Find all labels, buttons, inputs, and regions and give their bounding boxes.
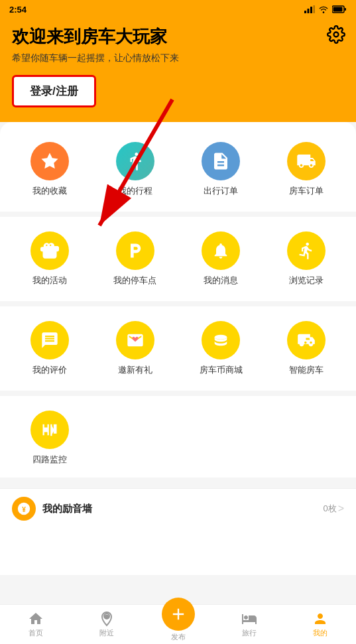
nav-nearby-label: 附近 bbox=[99, 628, 114, 638]
nav-mine-label: 我的 bbox=[313, 628, 327, 638]
my-messages-label: 我的消息 bbox=[204, 275, 238, 287]
nav-home[interactable]: 首页 bbox=[0, 611, 71, 638]
bell-icon bbox=[211, 241, 230, 260]
bottom-grid: 我的评价 邀新有礼 bbox=[0, 306, 356, 391]
hero-section: 欢迎来到房车大玩家 希望你随车辆一起摇摆，让心情放松下来 登录/注册 bbox=[0, 19, 356, 122]
rv-orders-item[interactable]: 房车订单 bbox=[264, 137, 349, 200]
svg-rect-1 bbox=[308, 9, 310, 13]
promo-bar[interactable]: ¥ 我的励音墙 0枚 > bbox=[0, 488, 356, 529]
nav-travel[interactable]: 旅行 bbox=[213, 611, 284, 638]
status-time: 2:54 bbox=[9, 5, 27, 15]
battery-icon bbox=[332, 5, 347, 13]
four-camera-item[interactable]: 四路监控 bbox=[7, 405, 92, 468]
my-activities-label: 我的活动 bbox=[32, 275, 67, 287]
parking-icon-circle bbox=[116, 231, 154, 270]
coins-icon-circle bbox=[202, 321, 240, 359]
browse-history-label: 浏览记录 bbox=[289, 275, 324, 287]
star-icon bbox=[40, 151, 60, 171]
signal-icon bbox=[304, 5, 315, 13]
promo-chevron: > bbox=[338, 503, 344, 515]
travel-orders-item[interactable]: 出行订单 bbox=[178, 137, 264, 200]
invite-gift-label: 邀新有礼 bbox=[118, 364, 152, 376]
svg-rect-6 bbox=[345, 8, 347, 11]
svg-point-7 bbox=[334, 32, 339, 37]
person-nav-icon bbox=[312, 611, 328, 627]
divider-1 bbox=[0, 212, 356, 217]
plus-nav-icon bbox=[169, 605, 188, 623]
main-card: 我的收藏 我的行程 出行订单 bbox=[0, 122, 356, 575]
wifi-icon bbox=[318, 5, 329, 13]
login-register-button[interactable]: 登录/注册 bbox=[12, 75, 96, 107]
invite-gift-item[interactable]: 邀新有礼 bbox=[92, 316, 178, 379]
smart-rv-icon-circle bbox=[287, 321, 326, 359]
travel-nav-icon bbox=[241, 611, 257, 627]
divider-3 bbox=[0, 391, 356, 396]
mid-grid: 我的活动 我的停车点 我的消息 bbox=[0, 217, 356, 301]
svg-point-10 bbox=[215, 335, 227, 340]
bottom-nav: 首页 附近 发布 旅行 我的 bbox=[0, 604, 356, 644]
envelope-heart-icon bbox=[126, 331, 145, 350]
smart-rv-item[interactable]: 智能房车 bbox=[264, 316, 349, 379]
svg-point-14 bbox=[105, 615, 109, 619]
nav-home-label: 首页 bbox=[29, 628, 43, 638]
svg-rect-2 bbox=[310, 7, 312, 13]
my-reviews-label: 我的评价 bbox=[32, 364, 67, 376]
camera-icon bbox=[40, 420, 59, 439]
settings-icon[interactable] bbox=[327, 25, 345, 46]
divider-4 bbox=[0, 478, 356, 488]
nav-publish[interactable]: 发布 bbox=[143, 607, 213, 642]
rv-coins-shop-item[interactable]: 房车币商城 bbox=[178, 316, 264, 379]
route-icon bbox=[125, 151, 145, 171]
divider-2 bbox=[0, 301, 356, 306]
nav-mine[interactable]: 我的 bbox=[285, 611, 356, 638]
nearby-nav-icon bbox=[99, 611, 115, 627]
envelope-heart-icon-circle bbox=[116, 321, 154, 359]
parking-icon bbox=[126, 241, 145, 260]
footprint-icon-circle bbox=[287, 231, 326, 270]
truck-icon bbox=[296, 151, 316, 171]
home-nav-icon bbox=[28, 611, 44, 627]
route-icon-circle bbox=[116, 142, 154, 180]
rv-orders-label: 房车订单 bbox=[289, 185, 324, 197]
promo-right: 0枚 > bbox=[323, 503, 344, 515]
star-icon-circle bbox=[30, 142, 69, 180]
rv-coins-shop-label: 房车币商城 bbox=[200, 364, 243, 376]
top-grid: 我的收藏 我的行程 出行订单 bbox=[0, 137, 356, 212]
nav-nearby[interactable]: 附近 bbox=[71, 611, 142, 638]
browse-history-item[interactable]: 浏览记录 bbox=[264, 226, 349, 289]
my-favorites-label: 我的收藏 bbox=[32, 185, 67, 197]
extra-grid: 四路监控 bbox=[0, 396, 356, 478]
chat-icon bbox=[40, 331, 59, 350]
bell-icon-circle bbox=[202, 231, 240, 270]
svg-rect-0 bbox=[304, 11, 306, 13]
nav-publish-label: 发布 bbox=[171, 632, 186, 642]
camera-icon-circle bbox=[30, 411, 69, 449]
my-messages-item[interactable]: 我的消息 bbox=[178, 226, 264, 289]
gift-icon-circle bbox=[30, 231, 69, 270]
publish-button[interactable] bbox=[162, 598, 195, 631]
my-trips-item[interactable]: 我的行程 bbox=[92, 137, 178, 200]
svg-text:¥: ¥ bbox=[22, 506, 26, 513]
hero-title: 欢迎来到房车大玩家 bbox=[12, 25, 344, 48]
travel-orders-label: 出行订单 bbox=[204, 185, 238, 197]
my-activities-item[interactable]: 我的活动 bbox=[7, 226, 92, 289]
chat-icon-circle bbox=[30, 321, 69, 359]
smart-rv-label: 智能房车 bbox=[289, 364, 324, 376]
status-icons bbox=[304, 5, 347, 13]
coins-icon bbox=[211, 331, 230, 350]
my-trips-label: 我的行程 bbox=[118, 185, 152, 197]
my-parking-item[interactable]: 我的停车点 bbox=[92, 226, 178, 289]
promo-text: 我的励音墙 bbox=[42, 503, 92, 515]
footprint-icon bbox=[297, 241, 316, 260]
status-bar: 2:54 bbox=[0, 0, 356, 19]
document-icon-circle bbox=[202, 142, 240, 180]
promo-count: 0枚 bbox=[323, 503, 336, 515]
nav-travel-label: 旅行 bbox=[242, 628, 257, 638]
my-reviews-item[interactable]: 我的评价 bbox=[7, 316, 92, 379]
my-favorites-item[interactable]: 我的收藏 bbox=[7, 137, 92, 200]
four-camera-label: 四路监控 bbox=[32, 454, 67, 466]
document-icon bbox=[211, 151, 231, 171]
svg-rect-3 bbox=[314, 5, 316, 13]
gift-icon bbox=[40, 241, 59, 260]
svg-rect-5 bbox=[333, 7, 343, 12]
